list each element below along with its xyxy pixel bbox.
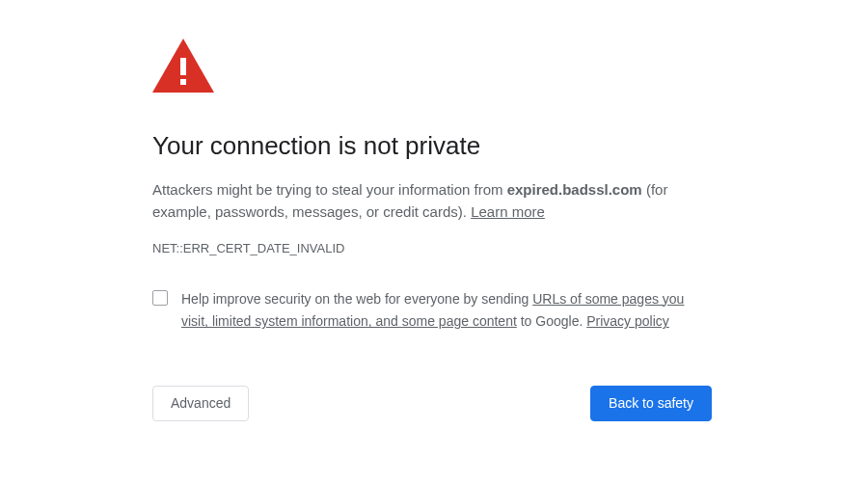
optin-text-pre: Help improve security on the web for eve… <box>181 291 532 307</box>
warning-triangle-icon <box>152 39 214 93</box>
optin-checkbox[interactable] <box>152 290 168 306</box>
warning-hostname: expired.badssl.com <box>507 181 642 198</box>
advanced-button[interactable]: Advanced <box>152 386 249 421</box>
warning-body-pre: Attackers might be trying to steal your … <box>152 181 507 198</box>
error-code: NET::ERR_CERT_DATE_INVALID <box>152 241 712 255</box>
svg-rect-2 <box>180 79 186 85</box>
optin-row: Help improve security on the web for eve… <box>152 288 712 335</box>
button-row: Advanced Back to safety <box>152 386 712 421</box>
optin-text-mid: to Google. <box>517 313 586 329</box>
back-to-safety-button[interactable]: Back to safety <box>590 386 712 421</box>
svg-rect-1 <box>180 58 186 75</box>
optin-link-privacy[interactable]: Privacy policy <box>586 313 669 329</box>
optin-label: Help improve security on the web for eve… <box>181 288 712 335</box>
learn-more-link[interactable]: Learn more <box>471 203 545 220</box>
ssl-warning-interstitial: Your connection is not private Attackers… <box>152 0 712 421</box>
warning-body: Attackers might be trying to steal your … <box>152 178 712 224</box>
warning-title: Your connection is not private <box>152 131 712 161</box>
